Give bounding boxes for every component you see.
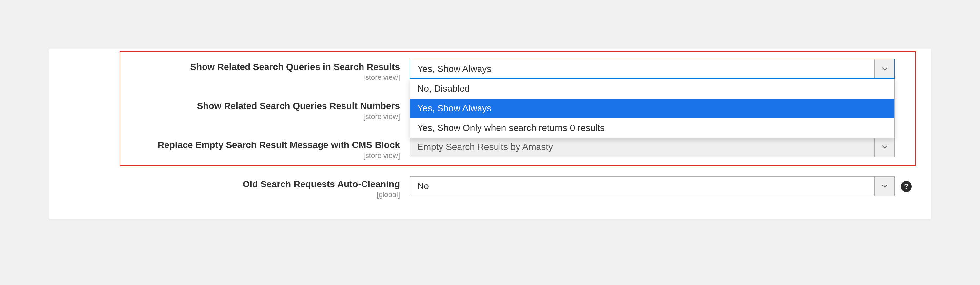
select-related-queries-value: Yes, Show Always [410, 64, 875, 74]
scope-empty-block: [store view] [62, 151, 400, 160]
select-auto-clean[interactable]: No [410, 176, 895, 196]
help-icon[interactable]: ? [901, 181, 912, 192]
label-empty-block: Replace Empty Search Result Message with… [158, 140, 400, 150]
option-yes-always[interactable]: Yes, Show Always [410, 99, 894, 118]
dropdown-related-queries: No, Disabled Yes, Show Always Yes, Show … [410, 79, 895, 138]
select-auto-clean-value: No [410, 181, 875, 191]
row-auto-clean: Old Search Requests Auto-Cleaning [globa… [62, 176, 918, 199]
option-yes-zero-results[interactable]: Yes, Show Only when search returns 0 res… [410, 118, 894, 138]
select-empty-block-value: Empty Search Results by Amasty [410, 142, 875, 152]
scope-auto-clean: [global] [62, 191, 400, 199]
label-result-numbers: Show Related Search Queries Result Numbe… [197, 101, 400, 111]
chevron-down-icon [875, 59, 894, 78]
config-panel: Show Related Search Queries in Search Re… [49, 49, 931, 219]
label-related-queries: Show Related Search Queries in Search Re… [190, 62, 400, 72]
select-empty-block[interactable]: Empty Search Results by Amasty [410, 137, 895, 157]
select-related-queries[interactable]: Yes, Show Always [410, 59, 895, 79]
scope-result-numbers: [store view] [62, 112, 400, 121]
chevron-down-icon [875, 177, 894, 196]
scope-related-queries: [store view] [62, 73, 400, 82]
option-no-disabled[interactable]: No, Disabled [410, 79, 894, 99]
chevron-down-icon [875, 138, 894, 157]
label-auto-clean: Old Search Requests Auto-Cleaning [243, 179, 400, 189]
row-empty-block: Replace Empty Search Result Message with… [62, 137, 918, 160]
row-related-queries: Show Related Search Queries in Search Re… [62, 59, 918, 82]
